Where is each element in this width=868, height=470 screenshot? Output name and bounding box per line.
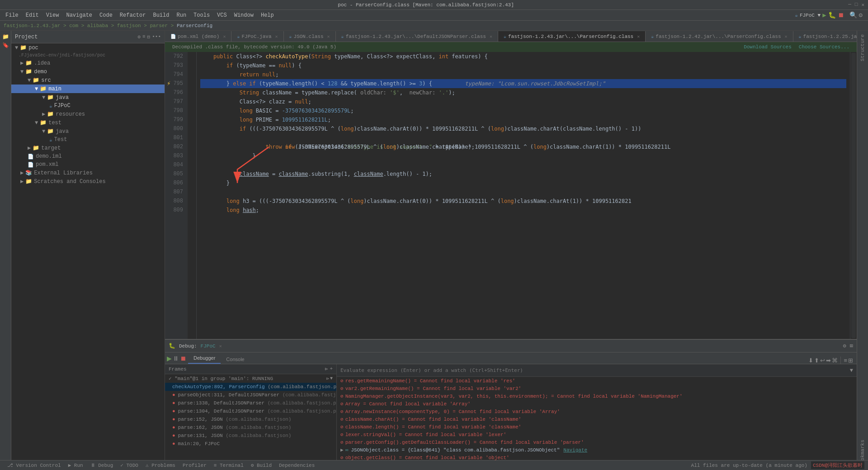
tab-defaultjsonparser-close[interactable]: ✕	[490, 34, 492, 39]
tab-json[interactable]: ☕ JSON.class ✕	[284, 31, 336, 42]
run-config-name[interactable]: FJPoC ▼	[800, 13, 821, 18]
menu-help[interactable]: Help	[257, 11, 278, 19]
tab-fjpoc[interactable]: ☕ FJPoC.java ✕	[231, 31, 283, 42]
statusbar-version-control[interactable]: ⎇ Version Control	[4, 462, 65, 468]
frame-parse-1304[interactable]: ● parse:1304, DefaultJSONParser (com.ali…	[165, 407, 336, 415]
frame-parse-152[interactable]: ● parse:152, JSON (com.alibaba.fastjson)	[165, 415, 336, 423]
tab-parserconfig-25[interactable]: ☕ fastjson-1.2.25.jar\... ✕	[793, 31, 857, 42]
bookmark-icon[interactable]: 🔖	[1, 41, 10, 50]
step-out-button[interactable]: ↩	[820, 357, 825, 364]
tree-item-poc[interactable]: ▼ 📁 poc	[11, 43, 165, 52]
sidebar-settings-icon[interactable]: ⚙	[137, 34, 141, 40]
tree-item-fjpoc[interactable]: ☕ FJPoC	[11, 102, 165, 110]
frames-add-icon[interactable]: +	[330, 366, 333, 372]
tree-item-src[interactable]: ▼ 📁 src	[11, 76, 165, 85]
menu-file[interactable]: File	[2, 11, 22, 19]
menu-edit[interactable]: Edit	[22, 11, 42, 19]
run-to-cursor-button[interactable]: ➡	[826, 357, 831, 364]
tree-item-demo[interactable]: ▼ 📁 demo	[11, 67, 165, 76]
project-icon[interactable]: 📁	[1, 33, 10, 41]
debug-run-button[interactable]: 🐛	[828, 11, 836, 19]
evaluate-expand-icon[interactable]: ▼	[850, 367, 853, 374]
tree-item-idea[interactable]: ▶ 📁 .idea	[11, 59, 165, 67]
menu-navigate[interactable]: Navigate	[62, 11, 96, 19]
frame-parse-131[interactable]: ● parse:131, JSON (com.alibaba.fastjson)	[165, 432, 336, 440]
menu-build[interactable]: Build	[149, 11, 173, 19]
tab-fjpoc-close[interactable]: ✕	[275, 34, 278, 39]
run-button[interactable]: ▶	[822, 11, 826, 19]
statusbar-terminal[interactable]: ≡ Terminal	[210, 463, 247, 468]
close-button[interactable]: ✕	[861, 2, 864, 8]
tree-item-ext-libs[interactable]: ▶ 📚 External Libraries	[11, 169, 165, 177]
step-over-button[interactable]: ⬇	[808, 357, 813, 364]
frame-main-20[interactable]: ● main:20, FJPoC	[165, 440, 336, 448]
stop-debug-button[interactable]: ⏹	[180, 355, 186, 362]
tab-defaultjsonparser[interactable]: ☕ fastjson-1.2.43.jar\...\DefaultJSONPar…	[336, 31, 498, 42]
tab-console[interactable]: Console	[221, 355, 250, 364]
menu-tools[interactable]: Tools	[190, 11, 213, 19]
settings-button[interactable]: ⚙	[859, 11, 863, 19]
sidebar-collapse-icon[interactable]: ⊟	[147, 34, 151, 40]
frame-parse-162[interactable]: ● parse:162, JSON (com.alibaba.fastjson)	[165, 423, 336, 432]
menu-run[interactable]: Run	[173, 11, 190, 19]
statusbar-profiler[interactable]: Profiler	[179, 463, 210, 468]
sidebar-layout-icon[interactable]: ≡	[142, 34, 146, 40]
tab-pom-xml[interactable]: 📄 pom.xml (demo) ✕	[165, 31, 231, 42]
debug-config-close[interactable]: ✕	[219, 343, 222, 349]
evaluate-input[interactable]	[340, 367, 848, 373]
code-content[interactable]: public Class<?> checkAutoType(String typ…	[197, 52, 850, 339]
navigate-link[interactable]: Navigate	[563, 447, 587, 453]
frame-parse-1338[interactable]: ● parse:1338, DefaultJSONParser (com.ali…	[165, 399, 336, 407]
tree-item-target[interactable]: ▶ 📁 target	[11, 144, 165, 152]
statusbar-debug[interactable]: ⏸ Debug	[87, 462, 117, 468]
tab-json-close[interactable]: ✕	[327, 34, 330, 39]
maximize-button[interactable]: □	[855, 2, 858, 8]
statusbar-build[interactable]: ⚙ Build	[247, 462, 275, 468]
var-expand-icon[interactable]: ▶	[340, 447, 344, 453]
pause-button[interactable]: ⏸	[173, 355, 179, 362]
sidebar-gear-icon[interactable]: •••	[152, 34, 161, 40]
tab-parserconfig-42[interactable]: ☕ fastjson-1.2.42.jar\...\ParserConfig.c…	[646, 31, 793, 42]
stop-button[interactable]: ⏹	[838, 12, 844, 19]
restore-layout-button[interactable]: ⊞	[848, 357, 853, 364]
notification-icon[interactable]: Structure	[860, 33, 865, 63]
resume-button[interactable]: ▶	[167, 355, 172, 362]
download-sources-link[interactable]: Download Sources	[744, 44, 792, 50]
frame-parseobject[interactable]: ● parseObject:311, DefaultJSONParser (co…	[165, 391, 336, 399]
statusbar-dependencies[interactable]: Dependencies	[275, 463, 318, 468]
choose-sources-link[interactable]: Choose Sources...	[799, 44, 849, 50]
tab-parserconfig-active[interactable]: ☕ fastjson-1.2.43.jar\...\ParserConfig.c…	[498, 31, 646, 42]
tree-item-resources[interactable]: ▶ 📁 resources	[11, 110, 165, 118]
frame-filter-icon[interactable]: ⊳	[326, 376, 329, 381]
frame-settings-icon[interactable]: ▼	[330, 376, 333, 381]
menu-window[interactable]: Window	[231, 11, 257, 19]
frames-filter-icon[interactable]: ⊳	[325, 366, 328, 372]
frames-settings-button[interactable]: ≡	[844, 357, 847, 364]
tree-item-demo-iml[interactable]: 📄 demo.iml	[11, 152, 165, 160]
menu-code[interactable]: Code	[96, 11, 116, 19]
statusbar-run[interactable]: ▶ Run	[65, 462, 87, 468]
menu-refactor[interactable]: Refactor	[116, 11, 150, 19]
tree-item-path[interactable]: .FJjavaSec-env/jndi-fastjson/poc	[11, 52, 165, 59]
tree-item-pom[interactable]: 📄 pom.xml	[11, 160, 165, 169]
frame-main-running[interactable]: ✓ "main"@1 in group 'main': RUNNING ⊳ ▼	[165, 374, 336, 383]
tree-item-scratches[interactable]: ▶ 📁 Scratches and Consoles	[11, 177, 165, 186]
frame-check-auto-type[interactable]: checkAutoType:892, ParserConfig (com.ali…	[165, 383, 336, 391]
tree-item-java-test[interactable]: ▼ 📁 java	[11, 127, 165, 136]
evaluate-button[interactable]: ⌘	[832, 357, 838, 364]
debug-expand-icon[interactable]: ⊞	[850, 343, 853, 349]
menu-vcs[interactable]: VCS	[213, 11, 231, 19]
tree-item-main[interactable]: ▼ 📁 main	[11, 85, 165, 93]
menu-view[interactable]: View	[42, 11, 63, 19]
tab-pom-close[interactable]: ✕	[223, 34, 226, 39]
debug-settings-icon[interactable]: ⚙	[843, 343, 846, 349]
minimize-button[interactable]: ─	[848, 2, 851, 8]
statusbar-todo[interactable]: ✓ TODO	[117, 462, 142, 468]
debug-config-name[interactable]: FJPoC	[201, 343, 216, 349]
tab-parserconfig-42-close[interactable]: ✕	[785, 34, 788, 39]
search-everywhere-button[interactable]: 🔍	[849, 11, 857, 19]
tab-parserconfig-close[interactable]: ✕	[637, 34, 640, 39]
tree-item-test[interactable]: ▼ 📁 test	[11, 118, 165, 127]
tab-debugger[interactable]: Debugger	[188, 352, 221, 364]
tree-item-java-main[interactable]: ▼ 📁 java	[11, 93, 165, 102]
